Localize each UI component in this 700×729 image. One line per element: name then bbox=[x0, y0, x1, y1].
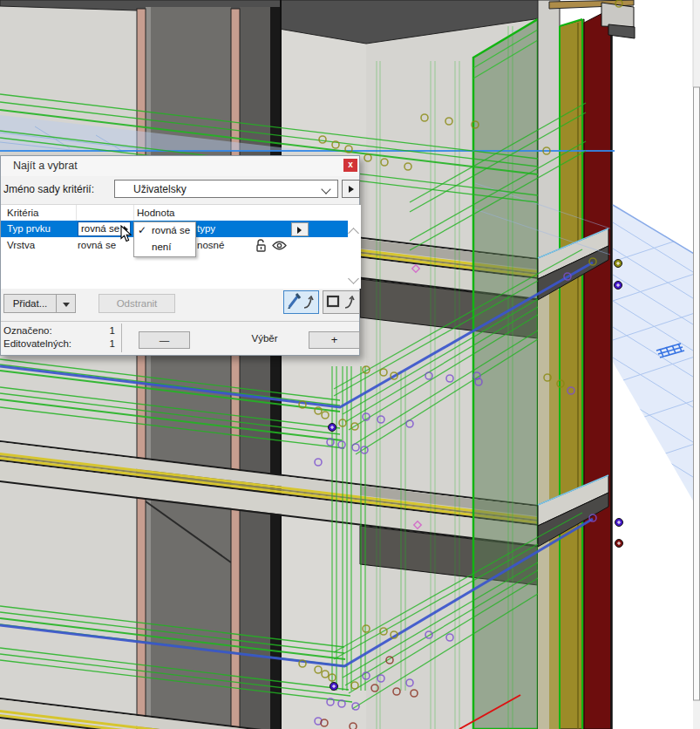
mouse-cursor bbox=[120, 225, 133, 246]
add-dropdown-button[interactable] bbox=[56, 294, 76, 313]
add-button[interactable]: Přidat... bbox=[3, 294, 57, 313]
check-icon: ✓ bbox=[138, 224, 146, 236]
viewport-3d[interactable] bbox=[0, 0, 700, 729]
operator-menu: ✓ rovná se není bbox=[133, 221, 196, 257]
marked-value: 1 bbox=[84, 325, 115, 336]
criterion-value: nosné bbox=[197, 240, 224, 250]
criteria-set-combobox[interactable]: Uživatelsky bbox=[114, 180, 338, 198]
marked-label: Označeno: bbox=[3, 325, 52, 336]
row-value-menu-button[interactable] bbox=[291, 222, 309, 236]
dropdown-arrow-icon bbox=[63, 303, 70, 307]
chevron-down-icon bbox=[321, 184, 330, 194]
criteria-set-menu-button[interactable] bbox=[342, 180, 360, 198]
editable-value: 1 bbox=[84, 338, 115, 349]
column-divider bbox=[133, 205, 134, 221]
scrollbar-thumb bbox=[694, 87, 700, 700]
criterion-operator: rovná se bbox=[78, 240, 116, 250]
marquee-criteria-toggle[interactable] bbox=[323, 290, 360, 314]
close-button[interactable]: x bbox=[343, 159, 357, 172]
criteria-set-label: Jméno sady kritérií: bbox=[3, 183, 94, 195]
remove-button[interactable]: Odstranit bbox=[99, 294, 175, 313]
criterion-name: Vrstva bbox=[7, 240, 35, 250]
dialog-titlebar[interactable]: Najít a vybrat x bbox=[1, 156, 359, 176]
pick-criteria-toggle[interactable] bbox=[283, 290, 319, 314]
divider bbox=[121, 324, 122, 352]
criterion-value: typy bbox=[197, 223, 215, 234]
arrow-right-icon bbox=[349, 186, 354, 193]
eyedropper-icon bbox=[284, 291, 318, 313]
dialog-title: Najít a vybrat bbox=[13, 160, 78, 172]
corner-column bbox=[538, 0, 584, 729]
arrow-right-icon bbox=[297, 227, 302, 234]
menu-item-not[interactable]: není bbox=[134, 239, 195, 255]
find-select-dialog: Najít a vybrat x Jméno sady kritérií: Už… bbox=[0, 155, 360, 356]
scroll-up-icon[interactable] bbox=[348, 228, 359, 239]
viewport-scrollbar[interactable] bbox=[693, 0, 700, 729]
column-header-criteria: Kritéria bbox=[7, 208, 38, 218]
unlock-icon[interactable] bbox=[255, 239, 268, 255]
scroll-down-icon[interactable] bbox=[348, 273, 359, 284]
column-header-value: Hodnota bbox=[137, 208, 174, 218]
eye-icon[interactable] bbox=[272, 241, 287, 253]
editable-label: Editovatelných: bbox=[3, 338, 71, 349]
selection-label: Výběr bbox=[223, 333, 306, 344]
dark-red-wall bbox=[584, 7, 612, 729]
separator bbox=[1, 321, 359, 322]
menu-item-equals[interactable]: ✓ rovná se bbox=[134, 222, 195, 239]
marquee-icon bbox=[323, 291, 359, 313]
criteria-set-value: Uživatelsky bbox=[133, 183, 187, 195]
select-button[interactable]: + bbox=[309, 331, 360, 349]
criterion-name: Typ prvku bbox=[7, 223, 51, 234]
deselect-button[interactable]: — bbox=[139, 331, 190, 349]
column-divider bbox=[76, 205, 77, 221]
